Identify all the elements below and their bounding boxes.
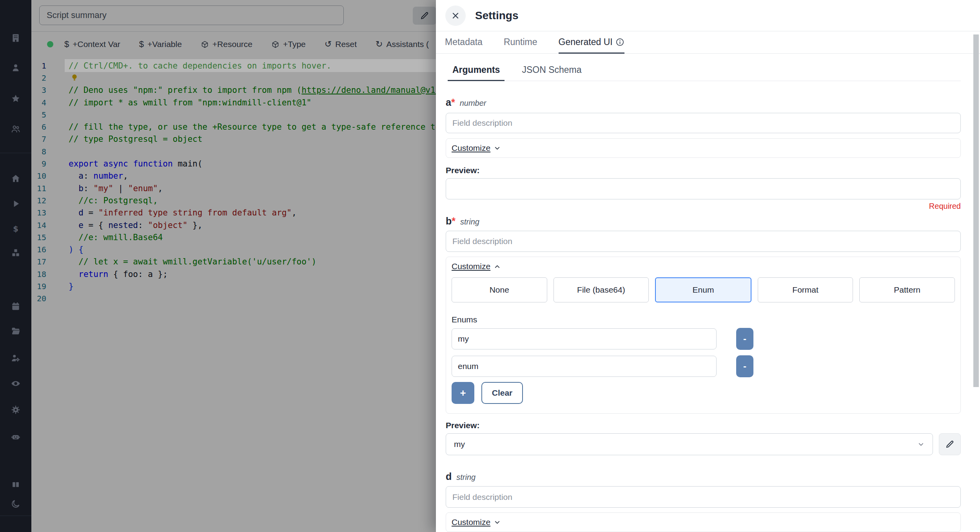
required-asterisk: * xyxy=(452,215,456,226)
variant-enum[interactable]: Enum xyxy=(655,277,751,302)
field-a-type: number xyxy=(460,99,486,108)
tab-generated-ui[interactable]: Generated UI xyxy=(559,31,624,54)
settings-tabs: MetadataRuntimeGenerated UI xyxy=(436,31,980,54)
remove-enum-button-1[interactable]: - xyxy=(736,355,753,377)
subtab-json-schema[interactable]: JSON Schema xyxy=(517,65,586,81)
string-variant-options: NoneFile (base64)EnumFormatPattern xyxy=(452,277,955,302)
remove-enum-button-0[interactable]: - xyxy=(736,328,753,350)
field-a-description-input[interactable] xyxy=(446,113,961,133)
clear-enums-button[interactable]: Clear xyxy=(481,382,523,404)
tab-runtime[interactable]: Runtime xyxy=(504,31,537,54)
field-b-preview-row: my xyxy=(446,433,961,455)
edit-preview-button[interactable] xyxy=(939,433,961,455)
settings-drawer: Settings MetadataRuntimeGenerated UI Arg… xyxy=(436,0,980,532)
close-icon xyxy=(451,11,460,20)
variant-file-base64[interactable]: File (base64) xyxy=(554,277,649,302)
chevron-up-icon xyxy=(494,263,501,270)
schema-subtabs: ArgumentsJSON Schema xyxy=(448,65,961,81)
enum-row-0: - xyxy=(452,328,955,350)
field-a-customize-box: Customize xyxy=(446,138,961,158)
field-a-preview-input[interactable] xyxy=(446,178,961,199)
field-b-description-input[interactable] xyxy=(446,231,961,252)
field-d-description-input[interactable] xyxy=(446,486,961,508)
preview-select-value: my xyxy=(454,440,465,449)
field-b-preview-label: Preview: xyxy=(446,421,961,430)
field-a-name: a* xyxy=(446,97,455,108)
field-a-preview-label: Preview: xyxy=(446,166,961,175)
variant-pattern[interactable]: Pattern xyxy=(859,277,955,302)
field-b-customize-box: Customize NoneFile (base64)EnumFormatPat… xyxy=(446,257,961,414)
field-d-customize-toggle[interactable]: Customize xyxy=(452,518,501,527)
add-enum-button[interactable]: + xyxy=(452,382,474,404)
chevron-down-icon xyxy=(917,441,925,448)
drawer-header: Settings xyxy=(436,0,980,31)
enum-value-input-0[interactable] xyxy=(452,328,717,349)
info-icon xyxy=(615,38,624,47)
field-a-customize-toggle[interactable]: Customize xyxy=(452,143,501,153)
close-button[interactable] xyxy=(445,5,466,26)
field-d-name: d xyxy=(446,471,452,482)
variant-none[interactable]: None xyxy=(452,277,547,302)
enum-value-input-1[interactable] xyxy=(452,356,717,377)
required-asterisk: * xyxy=(451,97,455,108)
drawer-title: Settings xyxy=(475,9,518,22)
field-b-preview-select[interactable]: my xyxy=(446,433,933,455)
field-a-header: a* number xyxy=(446,97,961,108)
subtab-arguments[interactable]: Arguments xyxy=(448,65,505,81)
field-b-customize-toggle[interactable]: Customize xyxy=(452,262,501,271)
drawer-scrollbar[interactable] xyxy=(973,34,979,387)
enums-label: Enums xyxy=(452,315,955,324)
enum-row-1: - xyxy=(452,355,955,377)
variant-format[interactable]: Format xyxy=(758,277,853,302)
chevron-down-icon xyxy=(494,519,501,526)
tab-metadata[interactable]: Metadata xyxy=(445,31,483,54)
arguments-form: a* number Customize Preview: Required b*… xyxy=(436,97,980,532)
field-d-type: string xyxy=(456,473,475,482)
field-b-type: string xyxy=(460,217,479,226)
chevron-down-icon xyxy=(494,145,501,152)
pencil-icon xyxy=(945,440,955,449)
field-b-name: b* xyxy=(446,215,456,227)
app-root: $ $+Context Var$+Variable+Resource+Type↺… xyxy=(0,0,980,532)
field-d-customize-box: Customize xyxy=(446,512,961,532)
field-a-required-message: Required xyxy=(446,202,961,211)
field-d-header: d string xyxy=(446,471,961,482)
current-line-highlight xyxy=(65,59,436,72)
field-b-header: b* string xyxy=(446,215,961,227)
enum-actions: + Clear xyxy=(452,382,955,409)
